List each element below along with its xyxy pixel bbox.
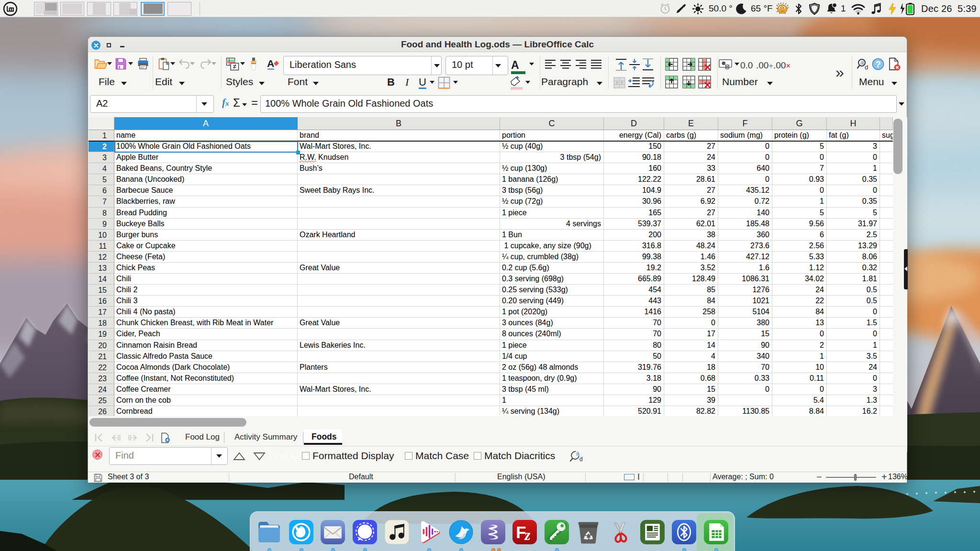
svg-text:a: a	[860, 59, 864, 66]
svg-text:z: z	[524, 527, 531, 543]
svg-text:?: ?	[876, 60, 881, 69]
svg-text:d: d	[865, 64, 868, 71]
svg-text:a: a	[576, 450, 579, 457]
svg-text:d: d	[579, 456, 583, 463]
